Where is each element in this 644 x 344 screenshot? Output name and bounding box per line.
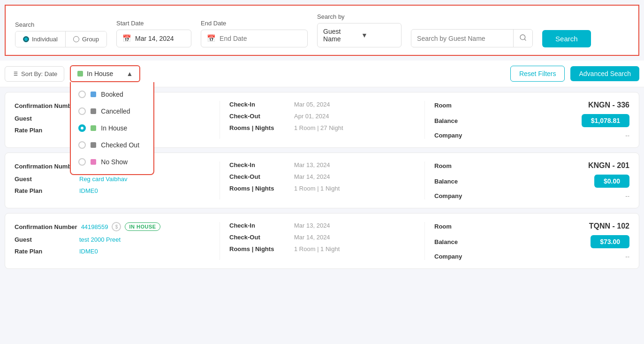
start-date-label: Start Date <box>116 20 191 27</box>
conf-icon-3: $ <box>112 222 121 231</box>
search-by-field: Search by Guest Name ▼ <box>317 13 402 47</box>
guest-value-3: test 2000 Preet <box>79 236 121 243</box>
dropdown-item-inhouse[interactable]: In House <box>71 120 153 137</box>
checkin-value-2: Mar 13, 2024 <box>294 161 330 168</box>
rate-value-3: IDME0 <box>79 248 98 255</box>
search-button[interactable]: Search <box>542 30 591 47</box>
search-type-radio-group: Individual Group <box>15 31 107 47</box>
checkin-value-1: Mar 05, 2024 <box>294 101 330 108</box>
checkout-value-2: Mar 14, 2024 <box>294 173 330 180</box>
search-icon-button[interactable] <box>513 30 532 47</box>
balance-label-1: Balance <box>434 117 495 124</box>
dropdown-item-noshow[interactable]: No Show <box>71 153 153 170</box>
status-dot-booked <box>91 92 96 97</box>
group-label: Group <box>82 36 99 43</box>
status-dot-noshow <box>91 159 96 165</box>
balance-label-2: Balance <box>434 178 495 185</box>
search-input-wrap <box>411 29 533 47</box>
card-1-company-row: Company -- <box>434 132 629 139</box>
start-date-value: Mar 14, 2024 <box>135 35 174 42</box>
sort-button[interactable]: Sort By: Date <box>5 66 64 82</box>
dropdown-item-cancelled[interactable]: Cancelled <box>71 103 153 120</box>
room-value-3: TQNN - 102 <box>589 222 629 230</box>
rooms-label-3: Rooms | Nights <box>229 245 290 252</box>
card-3-middle: Check-In Mar 13, 2024 Check-Out Mar 14, … <box>220 222 424 260</box>
dropdown-item-booked[interactable]: Booked <box>71 86 153 103</box>
card-2-middle: Check-In Mar 13, 2024 Check-Out Mar 14, … <box>220 161 424 199</box>
search-input[interactable] <box>411 31 513 46</box>
individual-radio[interactable] <box>23 36 29 42</box>
room-value-2: KNGN - 201 <box>588 161 629 170</box>
checkout-value-1: Apr 01, 2024 <box>294 113 329 120</box>
card-2-guest-row: Guest Reg card Vaibhav <box>15 176 210 183</box>
checkin-value-3: Mar 13, 2024 <box>294 222 330 229</box>
rooms-label-1: Rooms | Nights <box>229 124 290 131</box>
status-dropdown-menu: Booked Cancelled In House Checked Out <box>70 82 154 175</box>
status-dropdown-button[interactable]: In House ▲ <box>70 65 140 82</box>
search-type-field: Search Individual Group <box>15 21 107 47</box>
checkin-label-2: Check-In <box>229 161 290 168</box>
calendar-icon-end: 📅 <box>207 34 216 43</box>
card-3-right: Room TQNN - 102 Balance $73.00 Company -… <box>424 222 629 260</box>
company-value-1: -- <box>625 132 629 139</box>
card-3-checkin-row: Check-In Mar 13, 2024 <box>229 222 415 229</box>
search-by-select[interactable]: Guest Name ▼ <box>317 23 402 47</box>
conf-value-3: 44198559 <box>81 223 108 230</box>
start-date-input[interactable]: 📅 Mar 14, 2024 <box>116 30 191 47</box>
rate-label-2: Rate Plan <box>15 187 76 194</box>
card-3-room-row: Room TQNN - 102 <box>434 222 629 230</box>
room-label-3: Room <box>434 223 495 230</box>
dropdown-label-booked: Booked <box>101 91 123 98</box>
card-1-rooms-row: Rooms | Nights 1 Room | 27 Night <box>229 124 415 131</box>
card-3-rate-row: Rate Plan IDME0 <box>15 248 210 255</box>
status-label: In House <box>87 70 113 77</box>
card-2-rooms-row: Rooms | Nights 1 Room | 1 Night <box>229 185 415 192</box>
conf-label-2: Confirmation Number <box>15 163 77 170</box>
rooms-label-2: Rooms | Nights <box>229 185 290 192</box>
end-date-field: End Date 📅 <box>201 20 308 47</box>
company-label-3: Company <box>434 253 495 260</box>
status-dot-checkedout <box>91 142 96 148</box>
svg-line-1 <box>524 39 526 40</box>
guest-value-2: Reg card Vaibhav <box>79 176 127 183</box>
status-dot-green <box>77 71 83 76</box>
room-label-1: Room <box>434 102 495 109</box>
group-radio[interactable] <box>73 36 79 42</box>
checkin-label-1: Check-In <box>229 101 290 108</box>
company-value-2: -- <box>625 192 629 199</box>
advanced-search-button[interactable]: Advanced Search <box>570 66 639 81</box>
end-date-text[interactable] <box>220 35 302 42</box>
checkout-label-2: Check-Out <box>229 173 290 180</box>
individual-label: Individual <box>32 36 58 43</box>
card-3-rooms-row: Rooms | Nights 1 Room | 1 Night <box>229 245 415 252</box>
company-label-1: Company <box>434 132 495 139</box>
status-dropdown-wrap: In House ▲ Booked Cancelled In House <box>70 65 140 82</box>
dropdown-radio-noshow <box>78 158 86 166</box>
search-input-field: x <box>411 19 533 47</box>
card-2-balance-row: Balance $0.00 <box>434 175 629 188</box>
search-panel: Search Individual Group Start Date 📅 Mar… <box>5 5 639 56</box>
end-date-input[interactable]: 📅 <box>201 30 308 47</box>
card-3-left: Confirmation Number 44198559 $ IN HOUSE … <box>15 222 220 260</box>
reset-filters-button[interactable]: Reset Filters <box>510 66 565 82</box>
individual-option[interactable]: Individual <box>15 31 66 47</box>
dropdown-radio-inhouse <box>78 124 86 132</box>
card-2-checkin-row: Check-In Mar 13, 2024 <box>229 161 415 168</box>
group-option[interactable]: Group <box>66 31 106 47</box>
rate-label-3: Rate Plan <box>15 248 76 255</box>
inhouse-badge-3: IN HOUSE <box>125 222 160 231</box>
search-type-label: Search <box>15 21 107 28</box>
card-1-balance-row: Balance $1,078.81 <box>434 114 629 127</box>
search-by-label: Search by <box>317 13 402 20</box>
room-value-1: KNGN - 336 <box>588 101 629 109</box>
card-3-conf-row: Confirmation Number 44198559 $ IN HOUSE <box>15 222 210 231</box>
card-1-checkout-row: Check-Out Apr 01, 2024 <box>229 113 415 120</box>
search-by-value: Guest Name <box>323 28 357 43</box>
room-label-2: Room <box>434 162 495 169</box>
chevron-down-icon: ▼ <box>361 31 395 39</box>
checkout-label-1: Check-Out <box>229 113 290 120</box>
rate-label-1: Rate Plan <box>15 127 76 134</box>
dropdown-item-checkedout[interactable]: Checked Out <box>71 137 153 153</box>
sort-label: Sort By: Date <box>21 70 57 77</box>
card-1-checkin-row: Check-In Mar 05, 2024 <box>229 101 415 108</box>
